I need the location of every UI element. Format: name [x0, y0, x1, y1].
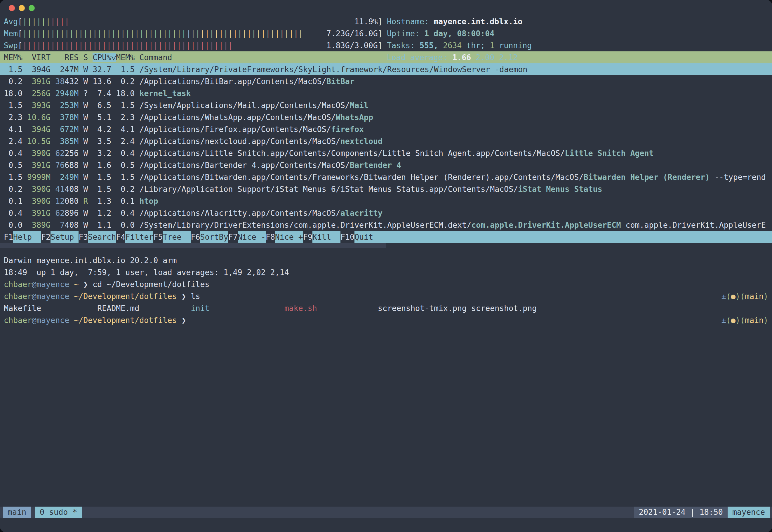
- text-span: ]: [378, 17, 382, 26]
- text-span: @mayence: [32, 280, 69, 289]
- text-span: 0.5: [116, 161, 135, 170]
- table-header[interactable]: MEM% VIRT RES S CPU%▽MEM% Command: [0, 51, 772, 63]
- text-span: [51, 173, 60, 182]
- meter-bar: ||||||||||11.9%: [22, 15, 378, 27]
- uname-output: Darwin mayence.int.dblx.io 20.2.0 arm: [0, 254, 772, 266]
- tmux-hostname[interactable]: mayence: [728, 507, 770, 518]
- text-span: (: [740, 292, 745, 301]
- text-span: [111, 65, 116, 74]
- text-span: [79, 89, 83, 98]
- text-span: kernel_task: [139, 89, 191, 98]
- fkey-bar: F1Help F2Setup F3SearchF4FilterF5Tree F6…: [0, 231, 772, 243]
- process-row[interactable]: 2.3 10.6G 378M W 5.1 2.3 /Applications/W…: [0, 111, 772, 123]
- fkey-action-setup[interactable]: Setup: [51, 231, 79, 243]
- process-row[interactable]: 0.4 391G 62896 W 1.2 0.4 /Applications/A…: [0, 207, 772, 219]
- text-span: 0.2: [4, 77, 22, 86]
- text-span: [51, 197, 55, 206]
- text-span: [135, 101, 139, 110]
- close-button[interactable]: [9, 5, 15, 11]
- fkey-action-sortby[interactable]: SortBy: [200, 231, 228, 243]
- text-span: 1.66: [452, 53, 476, 62]
- text-span: [79, 149, 83, 158]
- process-row[interactable]: 0.0 389G 7408 W 1.1 0.0 /System/Library/…: [0, 219, 772, 231]
- text-span: 13.6: [88, 77, 111, 86]
- minimize-button[interactable]: [19, 5, 25, 11]
- text-span: [135, 197, 139, 206]
- text-span: [: [18, 17, 22, 26]
- htop-info-line: Load average: 1.66 2.00 2.12: [387, 51, 532, 63]
- process-row[interactable]: 1.5 394G 247M W 32.7 1.5 /System/Library…: [0, 63, 772, 75]
- text-span: W: [83, 101, 88, 110]
- fkey-f10: F10: [340, 231, 354, 243]
- text-span: Uptime:: [387, 29, 424, 38]
- text-span: [79, 77, 83, 86]
- process-row[interactable]: 0.2 391G 38432 W 13.6 0.2 /Applications/…: [0, 75, 772, 87]
- text-span: 080: [65, 197, 79, 206]
- text-span: [51, 149, 55, 158]
- text-span: /Applications/nextcloud.app/Contents/Mac…: [139, 137, 340, 146]
- process-row[interactable]: 0.4 390G 62256 W 3.2 0.4 /Applications/L…: [0, 147, 772, 159]
- fkey-f9: F9: [303, 231, 312, 243]
- fkey-action-quit[interactable]: Quit: [354, 231, 373, 243]
- htop-header-area: Avg[||||||||||11.9%]Mem[||||||||||||||||…: [0, 15, 772, 51]
- text-span: 896: [65, 208, 79, 218]
- fkey-action-search[interactable]: Search: [88, 231, 116, 243]
- text-span: 12: [55, 197, 65, 206]
- fkey-action-help[interactable]: Help: [13, 231, 41, 243]
- text-span: W: [83, 77, 88, 86]
- text-span: 1.3: [88, 197, 111, 206]
- text-span: cd ~/Development/dotfiles: [93, 280, 209, 289]
- tmux-window-0-sudo[interactable]: 0 sudo *: [35, 507, 82, 518]
- text-span: [317, 304, 378, 313]
- text-span: ~: [74, 280, 79, 289]
- htop-info-line: Hostname: mayence.int.dblx.io: [387, 15, 532, 27]
- text-span: chbaer: [4, 316, 32, 325]
- text-span: 391G: [22, 77, 51, 86]
- fkey-action-kill[interactable]: Kill: [312, 231, 340, 243]
- fkey-action-nice-+[interactable]: Nice +: [275, 231, 303, 243]
- fkey-action-tree[interactable]: Tree: [163, 231, 191, 243]
- process-row[interactable]: 4.1 394G 672M W 4.2 4.1 /Applications/Fi…: [0, 123, 772, 135]
- text-span: 1.1: [88, 220, 111, 230]
- process-row[interactable]: 0.2 390G 41408 W 1.5 0.2 /Library/Applic…: [0, 183, 772, 195]
- text-span: [79, 125, 83, 134]
- process-row[interactable]: 2.4 10.5G 385M W 3.5 2.4 /Applications/n…: [0, 135, 772, 147]
- text-span: ?: [83, 89, 88, 98]
- text-span: 9999M: [22, 173, 51, 182]
- fkey-f5: F5: [153, 231, 163, 243]
- text-span: --type=rend: [710, 173, 766, 182]
- sort-column-cpu[interactable]: CPU%▽: [93, 53, 116, 62]
- text-span: [51, 220, 60, 230]
- process-row[interactable]: 1.5 9999M 249M W 1.5 1.5 /Applications/B…: [0, 171, 772, 183]
- text-span: 18.0: [4, 89, 22, 98]
- text-span: [111, 101, 116, 110]
- text-span: 0.4: [4, 208, 22, 218]
- text-span: com.apple.DriverKit.AppleUserECM: [471, 220, 621, 230]
- text-span: MEM% VIRT RES S: [4, 53, 93, 62]
- text-span: Bartender 4: [350, 161, 401, 170]
- process-row[interactable]: 18.0 256G 2940M ? 7.4 18.0 kernel_task: [0, 87, 772, 99]
- htop-info-line: Uptime: 1 day, 08:00:04: [387, 27, 532, 39]
- prompt-ls: chbaer@mayence ~/Development/dotfiles ❯ …: [0, 290, 772, 302]
- text-span: (: [726, 292, 731, 301]
- text-span: W: [83, 208, 88, 218]
- fkey-action-nice--[interactable]: Nice -: [238, 231, 266, 243]
- process-row[interactable]: 0.1 390G 12080 R 1.3 0.1 htop: [0, 195, 772, 207]
- text-span: ]: [378, 29, 382, 38]
- text-span: 4.2: [88, 125, 111, 134]
- text-span: [79, 137, 83, 146]
- zoom-button[interactable]: [29, 5, 35, 11]
- text-span: W: [83, 173, 88, 182]
- text-span: 1.5: [4, 65, 22, 74]
- text-span: [: [18, 29, 22, 38]
- tmux-date-time[interactable]: 2021-01-24 | 18:50: [634, 507, 728, 518]
- text-span: 18:49 up 1 day, 7:59, 1 user, load avera…: [4, 268, 289, 277]
- text-span: [79, 220, 83, 230]
- text-span: 0.4: [116, 208, 135, 218]
- process-row[interactable]: 0.5 391G 76688 W 1.6 0.5 /Applications/B…: [0, 159, 772, 171]
- process-row[interactable]: 1.5 393G 253M W 6.5 1.5 /System/Applicat…: [0, 99, 772, 111]
- tmux-session-name[interactable]: main: [3, 507, 31, 518]
- fkey-action-filter[interactable]: Filter: [125, 231, 153, 243]
- text-span: 1.5: [4, 101, 22, 110]
- window-titlebar[interactable]: [0, 0, 772, 15]
